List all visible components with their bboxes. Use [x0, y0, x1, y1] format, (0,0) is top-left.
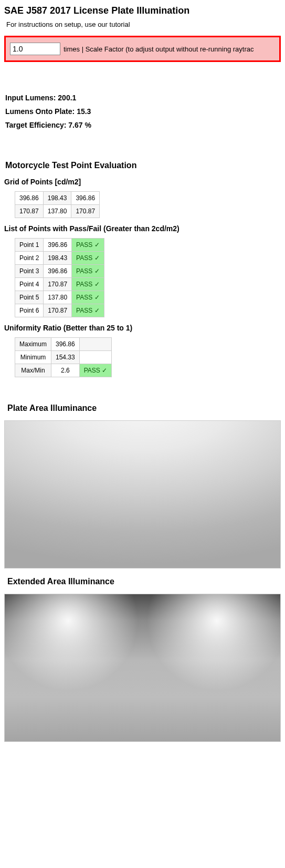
- grid-cell: 396.86: [15, 192, 44, 205]
- point-value: 170.87: [44, 304, 72, 317]
- table-row: Minimum 154.33: [15, 351, 112, 364]
- uni-value: 154.33: [51, 351, 80, 364]
- uni-status: [79, 351, 111, 364]
- point-name: Point 4: [15, 278, 44, 291]
- point-name: Point 6: [15, 304, 44, 317]
- point-name: Point 2: [15, 252, 44, 265]
- efficiency-value: 7.67 %: [68, 121, 91, 129]
- onto-plate-line: Lumens Onto Plate: 15.3: [5, 107, 281, 116]
- table-row: Point 3 396.86 PASS ✓: [15, 265, 104, 278]
- point-value: 198.43: [44, 252, 72, 265]
- point-status: PASS ✓: [72, 278, 104, 291]
- uni-value: 2.6: [51, 364, 80, 377]
- input-lumens-value: 200.1: [58, 94, 76, 102]
- point-status: PASS ✓: [72, 252, 104, 265]
- eval-title: Motorcycle Test Point Evaluation: [5, 161, 281, 170]
- table-row: 170.87 137.80 170.87: [15, 205, 100, 218]
- uni-status: [79, 338, 111, 351]
- efficiency-line: Target Efficiency: 7.67 %: [5, 121, 281, 129]
- extended-illuminance-image: [4, 594, 281, 742]
- points-title: List of Points with Pass/Fail (Greater t…: [4, 224, 281, 233]
- points-table: Point 1 396.86 PASS ✓ Point 2 198.43 PAS…: [15, 238, 104, 317]
- table-row: Point 1 396.86 PASS ✓: [15, 239, 104, 252]
- point-name: Point 1: [15, 239, 44, 252]
- grid-title: Grid of Points [cd/m2]: [4, 178, 281, 186]
- table-row: Maximum 396.86: [15, 338, 112, 351]
- point-status: PASS ✓: [72, 304, 104, 317]
- point-name: Point 3: [15, 265, 44, 278]
- point-status: PASS ✓: [72, 291, 104, 304]
- page-title: SAE J587 2017 License Plate Illumination: [4, 5, 281, 16]
- onto-plate-label: Lumens Onto Plate:: [5, 107, 75, 116]
- point-value: 170.87: [44, 278, 72, 291]
- table-row: Point 5 137.80 PASS ✓: [15, 291, 104, 304]
- point-status: PASS ✓: [72, 265, 104, 278]
- uniformity-table: Maximum 396.86 Minimum 154.33 Max/Min 2.…: [15, 337, 112, 377]
- uni-label: Maximum: [15, 338, 51, 351]
- grid-table: 396.86 198.43 396.86 170.87 137.80 170.8…: [15, 191, 100, 218]
- input-lumens-line: Input Lumens: 200.1: [5, 94, 281, 102]
- grid-cell: 137.80: [43, 205, 71, 218]
- point-value: 396.86: [44, 239, 72, 252]
- scale-factor-input[interactable]: [10, 43, 60, 55]
- grid-cell: 170.87: [71, 205, 100, 218]
- point-status: PASS ✓: [72, 239, 104, 252]
- uni-value: 396.86: [51, 338, 80, 351]
- grid-cell: 170.87: [15, 205, 44, 218]
- input-lumens-label: Input Lumens:: [5, 94, 56, 102]
- scale-factor-box: times | Scale Factor (to adjust output w…: [4, 36, 281, 62]
- stats-block: Input Lumens: 200.1 Lumens Onto Plate: 1…: [5, 94, 281, 129]
- table-row: Max/Min 2.6 PASS ✓: [15, 364, 112, 377]
- uniformity-title: Uniformity Ratio (Better than 25 to 1): [4, 324, 281, 332]
- point-value: 396.86: [44, 265, 72, 278]
- table-row: 396.86 198.43 396.86: [15, 192, 100, 205]
- grid-cell: 198.43: [43, 192, 71, 205]
- efficiency-label: Target Efficiency:: [5, 121, 66, 129]
- extended-illuminance-title: Extended Area Illuminance: [7, 577, 281, 586]
- uni-status: PASS ✓: [79, 364, 111, 377]
- onto-plate-value: 15.3: [77, 107, 91, 116]
- instructions-text: For instructions on setup, use our tutor…: [6, 20, 279, 28]
- uni-label: Max/Min: [15, 364, 51, 377]
- grid-cell: 396.86: [71, 192, 100, 205]
- plate-illuminance-title: Plate Area Illuminance: [7, 404, 281, 413]
- point-value: 137.80: [44, 291, 72, 304]
- table-row: Point 6 170.87 PASS ✓: [15, 304, 104, 317]
- table-row: Point 2 198.43 PASS ✓: [15, 252, 104, 265]
- table-row: Point 4 170.87 PASS ✓: [15, 278, 104, 291]
- point-name: Point 5: [15, 291, 44, 304]
- plate-illuminance-image: [4, 420, 281, 569]
- uni-label: Minimum: [15, 351, 51, 364]
- scale-factor-label: times | Scale Factor (to adjust output w…: [64, 45, 254, 53]
